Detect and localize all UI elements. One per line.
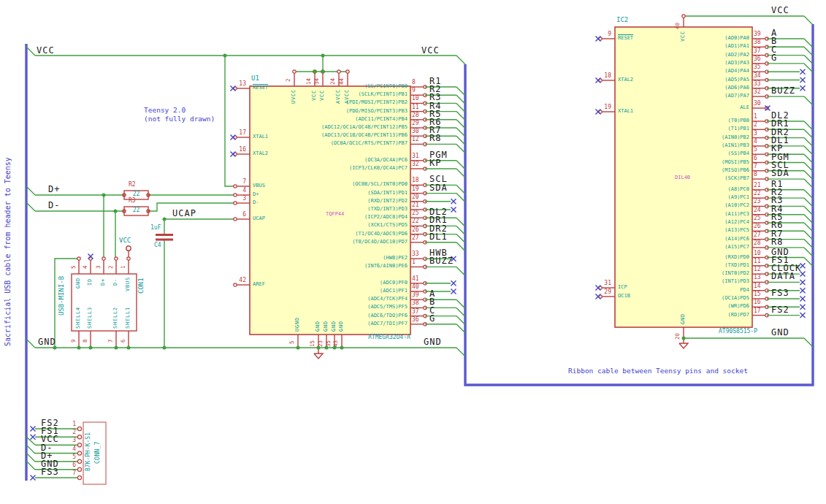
pin-number: 39 xyxy=(754,31,765,37)
net-label: G xyxy=(771,53,777,62)
pin-number: 32 xyxy=(754,89,765,95)
pin-number: 6 xyxy=(234,212,246,218)
net-label-dplus: D+ xyxy=(48,185,60,194)
pin-number: 16 xyxy=(234,147,246,153)
net-label: R8 xyxy=(429,134,441,142)
pin-number: 2 xyxy=(67,429,76,435)
pin-number: 31 xyxy=(412,153,424,159)
pin-number: 14 xyxy=(754,283,765,289)
pin-name: UGND xyxy=(295,316,302,332)
pin-name: (A9)PC1 xyxy=(625,195,749,200)
net-label-vcc: VCC xyxy=(771,6,789,15)
pin-number: 32 xyxy=(412,161,424,167)
pin-name: SHELL4 xyxy=(76,307,83,329)
pin-number: 12 xyxy=(412,137,424,142)
pin-number: 8 xyxy=(412,80,424,85)
pin-number: 3 xyxy=(67,438,76,443)
pin-number: 39 xyxy=(412,292,424,298)
pin-number: 26 xyxy=(412,227,424,233)
pin-number: 18 xyxy=(600,73,611,79)
pin-number: 11 xyxy=(754,259,765,264)
pin-number: 5 xyxy=(71,260,78,269)
u1-value: ATMEGA32U4-A xyxy=(368,335,410,340)
pin-number: 2 xyxy=(754,122,765,128)
pin-name: (ICP3/CLK0/OC4A)PC7 xyxy=(283,166,408,171)
pin-name: (A12)PC4 xyxy=(625,220,749,225)
net-label: KP xyxy=(429,159,441,167)
net-label-ucap: UCAP xyxy=(172,209,196,218)
pin-name: (ICP2/ADC8)PD4 xyxy=(283,215,408,220)
teensy-annotation-line2: (not fully drawn) xyxy=(144,115,215,123)
pin-name: XTAL1 xyxy=(618,109,633,114)
pin-name: (AD1)PA1 xyxy=(625,44,749,49)
pin-name: RESET xyxy=(618,36,633,41)
pin-number: 17 xyxy=(754,308,765,314)
pin-name: (OC3A/OC4A)PC6 xyxy=(283,158,408,163)
c4-reference: C4 xyxy=(154,243,161,248)
pin-number: 9 xyxy=(412,88,424,93)
pin-number: 3 xyxy=(234,196,246,202)
net-label: FS2 xyxy=(771,305,789,314)
pin-name: GND xyxy=(681,312,688,324)
pin-number: 6 xyxy=(67,462,76,468)
pin-number: 16 xyxy=(754,299,765,305)
pin-number: 22 xyxy=(754,191,765,196)
pin-name: OC1B xyxy=(618,294,630,299)
c4-plate-top[interactable] xyxy=(156,234,173,236)
net-label-gnd: GND xyxy=(771,328,789,337)
pin-name: GND xyxy=(339,319,346,332)
ic2-reference: IC2 xyxy=(616,17,628,23)
pin-number: 9 xyxy=(71,334,78,343)
pin-name: (OC0B/SCL/INT0)PD0 xyxy=(283,182,408,187)
u1-reference: U1 xyxy=(251,75,259,82)
pin-number: 29 xyxy=(412,121,424,126)
pin-number: 18 xyxy=(412,177,424,183)
pin-number: 4 xyxy=(83,260,90,269)
pin-name: XTAL2 xyxy=(253,151,268,156)
pin-number: 25 xyxy=(412,210,424,216)
pin-number: 30 xyxy=(412,129,424,134)
pin-number: 21 xyxy=(412,202,424,208)
pin-number: 28 xyxy=(754,240,765,246)
pin-number: 22 xyxy=(412,218,424,224)
pin-name: (ADC5/TMS)PF5 xyxy=(283,305,408,310)
pin-name: (MISO)PB6 xyxy=(625,168,749,173)
pin-number: 38 xyxy=(412,300,424,306)
pin-name: ID xyxy=(88,276,95,286)
pin-name: (ADC12/OC1A/OC4B/PCINT12)PB5 xyxy=(283,125,408,130)
pin-name: (ADC4/TCK)PF4 xyxy=(283,297,408,302)
pin-number: 13 xyxy=(234,81,246,87)
pin-name: (OC1A)PD5 xyxy=(625,296,749,301)
net-label: SDA xyxy=(429,183,448,192)
pin-name: (XCK1/CTS)PD5 xyxy=(283,223,408,228)
r3-value: 22 xyxy=(124,207,148,213)
pin-name: (T0)PB0 xyxy=(625,118,749,123)
net-label: R8 xyxy=(771,237,783,246)
pin-number: 23 xyxy=(754,199,765,205)
pin-name: (AIN1)PB3 xyxy=(625,143,749,148)
pin-name: UCAP xyxy=(253,216,265,221)
pin-number: 8 xyxy=(754,172,765,177)
pin-number: 38 xyxy=(754,39,765,45)
pin-number: 2 xyxy=(286,72,293,82)
teensy-annotation-line1: Teensy 2.0 xyxy=(144,107,186,114)
net-label: DATA xyxy=(771,272,795,280)
pin-name: (A13)PC5 xyxy=(625,228,749,233)
net-label-vcc: VCC xyxy=(37,46,55,55)
ribbon-annotation: Ribbon cable between Teensy pins and soc… xyxy=(568,367,748,375)
pin-name: (MOSI)PB5 xyxy=(625,160,749,165)
pin-number: 4 xyxy=(754,139,765,145)
pin-number: 30 xyxy=(754,101,765,107)
pin-name: (AD7)PA7 xyxy=(625,93,749,99)
pin-number: 6 xyxy=(754,156,765,161)
pin-name: VBUS xyxy=(126,276,133,291)
pin-name: (ADC1)PF1 xyxy=(283,289,408,294)
pin-name: SHELL2 xyxy=(113,307,121,329)
pin-number: 7 xyxy=(67,470,76,476)
net-label-dminus: D- xyxy=(48,201,60,210)
pin-number: 2 xyxy=(108,260,115,269)
pin-number: 27 xyxy=(754,232,765,238)
pin-name: (A8)PC0 xyxy=(625,187,749,192)
pin-number: 1 xyxy=(754,114,765,120)
net-label-vcc: VCC xyxy=(421,46,440,55)
